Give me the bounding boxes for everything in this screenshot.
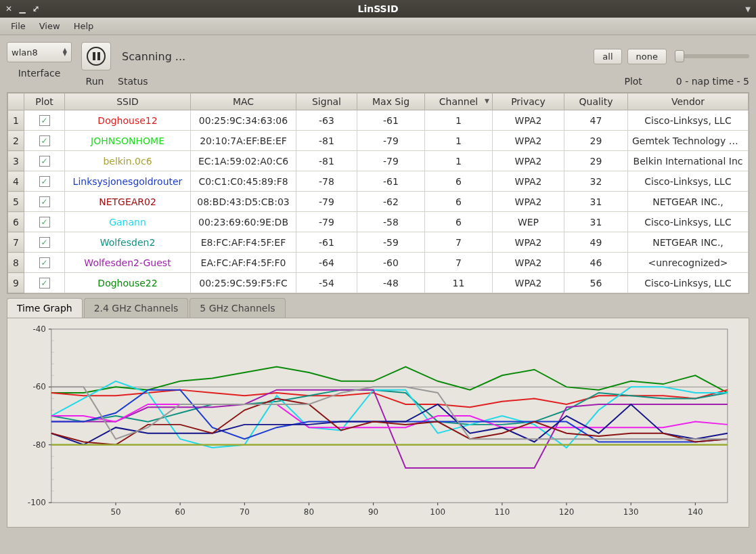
table-row[interactable]: 3belkin.0c6EC:1A:59:02:A0:C6-81-791WPA22… [8, 151, 749, 171]
table-row[interactable]: 7Wolfesden2E8:FC:AF:F4:5F:EF-61-597WPA24… [8, 232, 749, 253]
svg-text:100: 100 [430, 507, 445, 517]
expand-icon[interactable]: ▼ [745, 5, 751, 13]
column-header[interactable]: Vendor [628, 93, 749, 110]
privacy-cell: WPA2 [493, 192, 564, 212]
maxsig-cell: -79 [357, 131, 425, 151]
plot-checkbox[interactable] [39, 135, 50, 146]
row-number: 2 [8, 131, 24, 151]
tab-time-graph[interactable]: Time Graph [7, 298, 83, 318]
channel-cell: 11 [425, 273, 493, 293]
plot-label: Plot [624, 76, 642, 87]
plot-checkbox[interactable] [39, 278, 50, 289]
plot-checkbox[interactable] [39, 217, 50, 228]
signal-cell: -79 [296, 192, 357, 212]
row-number: 8 [8, 253, 24, 273]
signal-cell: -54 [296, 273, 357, 293]
privacy-cell: WEP [493, 212, 564, 232]
quality-cell: 29 [564, 131, 628, 151]
row-number: 3 [8, 151, 24, 171]
vendor-cell: Cisco-Linksys, LLC [628, 212, 749, 232]
ssid-cell: NETGEAR02 [65, 192, 191, 212]
mac-cell: 00:25:9C:34:63:06 [191, 110, 296, 131]
column-header[interactable] [8, 93, 24, 110]
channel-cell: 7 [425, 232, 493, 253]
plot-cell [24, 212, 65, 232]
vendor-cell: Belkin International Inc [628, 151, 749, 171]
column-header[interactable]: Privacy [493, 93, 564, 110]
quality-cell: 47 [564, 110, 628, 131]
status-label: Status [118, 76, 148, 87]
close-icon[interactable]: ✕ [4, 4, 14, 14]
table-row[interactable]: 9Doghouse2200:25:9C:59:F5:FC-54-4811WPA2… [8, 273, 749, 293]
ssid-cell: Ganann [65, 212, 191, 232]
column-header[interactable]: Signal [296, 93, 357, 110]
row-number: 5 [8, 192, 24, 212]
svg-rect-0 [51, 329, 728, 503]
svg-text:110: 110 [495, 507, 510, 517]
signal-cell: -78 [296, 171, 357, 192]
maxsig-cell: -61 [357, 110, 425, 131]
plot-checkbox[interactable] [39, 156, 50, 167]
networks-table-frame: PlotSSIDMACSignalMax SigChannel▼PrivacyQ… [7, 92, 749, 294]
quality-cell: 49 [564, 232, 628, 253]
plot-checkbox[interactable] [39, 257, 50, 268]
privacy-cell: WPA2 [493, 110, 564, 131]
table-row[interactable]: 1Doghouse1200:25:9C:34:63:06-63-611WPA24… [8, 110, 749, 131]
naptime-slider[interactable] [675, 54, 749, 58]
tab-24ghz[interactable]: 2.4 GHz Channels [84, 298, 189, 318]
plot-cell [24, 232, 65, 253]
run-button[interactable] [81, 42, 111, 70]
plot-checkbox[interactable] [39, 196, 50, 207]
table-row[interactable]: 5NETGEAR0208:BD:43:D5:CB:03-79-626WPA231… [8, 192, 749, 212]
networks-table: PlotSSIDMACSignalMax SigChannel▼PrivacyQ… [7, 93, 749, 293]
channel-cell: 1 [425, 151, 493, 171]
column-header[interactable]: SSID [65, 93, 191, 110]
maxsig-cell: -48 [357, 273, 425, 293]
interface-select[interactable]: wlan8 ▲▼ [7, 42, 72, 62]
privacy-cell: WPA2 [493, 131, 564, 151]
sort-indicator-icon: ▼ [485, 98, 489, 104]
slider-thumb[interactable] [675, 50, 684, 62]
menu-file[interactable]: File [4, 18, 32, 34]
column-header[interactable]: Quality [564, 93, 628, 110]
column-header[interactable]: Max Sig [357, 93, 425, 110]
mac-cell: 00:25:9C:59:F5:FC [191, 273, 296, 293]
menu-view[interactable]: View [32, 18, 67, 34]
mac-cell: 20:10:7A:EF:BE:EF [191, 131, 296, 151]
maxsig-cell: -62 [357, 192, 425, 212]
mac-cell: C0:C1:C0:45:89:F8 [191, 171, 296, 192]
all-button[interactable]: all [594, 49, 621, 64]
privacy-cell: WPA2 [493, 232, 564, 253]
column-header[interactable]: Plot [24, 93, 65, 110]
row-number: 9 [8, 273, 24, 293]
quality-cell: 32 [564, 171, 628, 192]
svg-text:-40: -40 [32, 325, 45, 334]
tab-5ghz[interactable]: 5 GHz Channels [190, 298, 285, 318]
vendor-cell: <unrecognized> [628, 253, 749, 273]
chart-tabs: Time Graph 2.4 GHz Channels 5 GHz Channe… [7, 298, 749, 318]
plot-checkbox[interactable] [39, 237, 50, 248]
table-row[interactable]: 6Ganann00:23:69:60:9E:DB-79-586WEP31Cisc… [8, 212, 749, 232]
quality-cell: 56 [564, 273, 628, 293]
column-header[interactable]: MAC [191, 93, 296, 110]
none-button[interactable]: none [627, 49, 667, 64]
naptime-label: 0 - nap time - 5 [676, 76, 749, 87]
plot-cell [24, 131, 65, 151]
maximize-icon[interactable]: ⤢ [31, 4, 41, 14]
table-row[interactable]: 8Wolfesden2-GuestEA:FC:AF:F4:5F:F0-64-60… [8, 253, 749, 273]
plot-cell [24, 171, 65, 192]
signal-cell: -81 [296, 131, 357, 151]
privacy-cell: WPA2 [493, 151, 564, 171]
vendor-cell: Cisco-Linksys, LLC [628, 110, 749, 131]
svg-text:130: 130 [623, 507, 639, 517]
plot-checkbox[interactable] [39, 176, 50, 187]
menu-help[interactable]: Help [67, 18, 101, 34]
spinner-icon[interactable]: ▲▼ [63, 48, 67, 56]
plot-checkbox[interactable] [39, 115, 50, 126]
table-row[interactable]: 4LinksysjonesgoldrouterC0:C1:C0:45:89:F8… [8, 171, 749, 192]
minimize-icon[interactable]: ▁ [18, 4, 27, 14]
maxsig-cell: -59 [357, 232, 425, 253]
column-header[interactable]: Channel▼ [425, 93, 493, 110]
table-row[interactable]: 2JOHNSONHOME20:10:7A:EF:BE:EF-81-791WPA2… [8, 131, 749, 151]
row-number: 4 [8, 171, 24, 192]
